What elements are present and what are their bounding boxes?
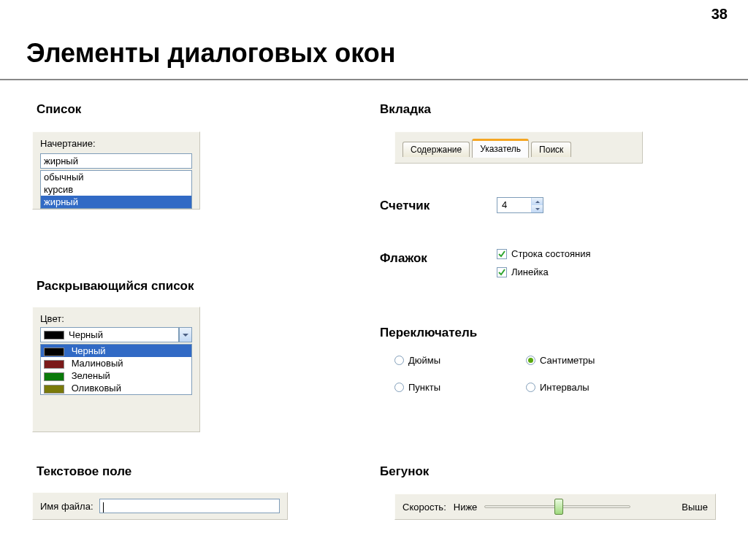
list-label: Начертание: xyxy=(40,138,192,149)
color-swatch xyxy=(44,348,64,356)
spinner-down-button[interactable] xyxy=(532,205,543,212)
text-caret xyxy=(103,502,104,513)
section-radio: Переключатель xyxy=(380,326,477,340)
dropdown-value-label: Черный xyxy=(69,329,103,340)
color-swatch xyxy=(44,360,64,369)
dropdown-item[interactable]: Оливковый xyxy=(41,382,191,394)
counter-value[interactable]: 4 xyxy=(497,198,531,212)
section-checkbox: Флажок xyxy=(380,251,427,266)
radio-label: Дюймы xyxy=(408,355,440,366)
radio-circle xyxy=(394,383,404,392)
radio-circle xyxy=(526,356,535,365)
title-rule xyxy=(0,79,748,80)
slider-thumb[interactable] xyxy=(554,499,563,515)
radio-dot-icon xyxy=(528,358,533,363)
dropdown-item-label: Черный xyxy=(72,345,106,356)
checkbox-ruler[interactable]: Линейка xyxy=(497,266,591,277)
check-icon xyxy=(498,250,505,258)
list-item[interactable]: жирный xyxy=(41,196,191,208)
slider-track[interactable] xyxy=(484,499,630,515)
slider-min-label: Ниже xyxy=(454,502,478,513)
radio-inches[interactable]: Дюймы xyxy=(394,355,526,366)
section-tabs: Вкладка xyxy=(380,102,431,117)
list-value-input[interactable]: жирный xyxy=(40,153,192,169)
list-item[interactable]: обычный xyxy=(41,171,191,183)
tab-search[interactable]: Поиск xyxy=(531,142,571,157)
slider-max-label: Выше xyxy=(682,502,708,513)
color-swatch xyxy=(44,385,64,394)
checkbox-box xyxy=(497,249,507,259)
dropdown-item-label: Зеленый xyxy=(72,370,110,381)
chevron-down-icon xyxy=(183,334,188,337)
chevron-down-icon xyxy=(535,208,540,210)
dropdown-item[interactable]: Зеленый xyxy=(41,369,191,382)
tab-contents[interactable]: Содержание xyxy=(402,142,470,157)
slider-label: Скорость: xyxy=(402,502,446,513)
section-textfield: Текстовое поле xyxy=(37,464,131,479)
dropdown-item[interactable]: Малиновый xyxy=(41,357,191,369)
page-title: Элементы диалоговых окон xyxy=(26,38,396,69)
counter-spinner[interactable]: 4 xyxy=(497,197,543,213)
tab-row: Содержание Указатель Поиск xyxy=(402,138,635,157)
color-swatch xyxy=(44,331,64,340)
list-item[interactable]: курсив xyxy=(41,183,191,196)
dropdown-item-label: Малиновый xyxy=(72,358,123,369)
listbox[interactable]: обычный курсив жирный xyxy=(40,170,192,209)
color-swatch xyxy=(44,372,64,381)
chevron-up-icon xyxy=(535,201,540,203)
dropdown-button[interactable] xyxy=(179,327,192,342)
tab-index[interactable]: Указатель xyxy=(472,139,529,158)
textfield-input[interactable] xyxy=(99,499,280,513)
radio-circle xyxy=(526,383,535,392)
dropdown-item[interactable]: Черный xyxy=(41,345,191,357)
dropdown-value[interactable]: Черный xyxy=(40,327,179,342)
section-dropdown: Раскрывающийся список xyxy=(37,279,194,294)
dropdown-item-label: Оливковый xyxy=(72,383,121,394)
spinner-up-button[interactable] xyxy=(532,198,543,205)
checkbox-box xyxy=(497,267,507,277)
section-list: Список xyxy=(37,102,81,117)
checkbox-label: Линейка xyxy=(511,266,549,277)
dropdown-label: Цвет: xyxy=(40,313,192,324)
dropdown-listbox[interactable]: Черный Малиновый Зеленый Оливковый xyxy=(40,344,192,395)
check-icon xyxy=(498,269,505,276)
textfield-label: Имя файла: xyxy=(40,501,94,512)
radio-label: Сантиметры xyxy=(540,355,595,366)
radio-intervals[interactable]: Интервалы xyxy=(526,382,657,393)
section-slider: Бегунок xyxy=(380,464,429,479)
radio-label: Пункты xyxy=(408,382,440,393)
checkbox-label: Строка состояния xyxy=(511,248,591,259)
radio-centimeters[interactable]: Сантиметры xyxy=(526,355,657,366)
checkbox-status-bar[interactable]: Строка состояния xyxy=(497,248,591,259)
radio-label: Интервалы xyxy=(540,382,589,393)
radio-circle xyxy=(394,356,404,365)
radio-points[interactable]: Пункты xyxy=(394,382,526,393)
section-counter: Счетчик xyxy=(380,199,430,213)
page-number: 38 xyxy=(711,6,728,23)
